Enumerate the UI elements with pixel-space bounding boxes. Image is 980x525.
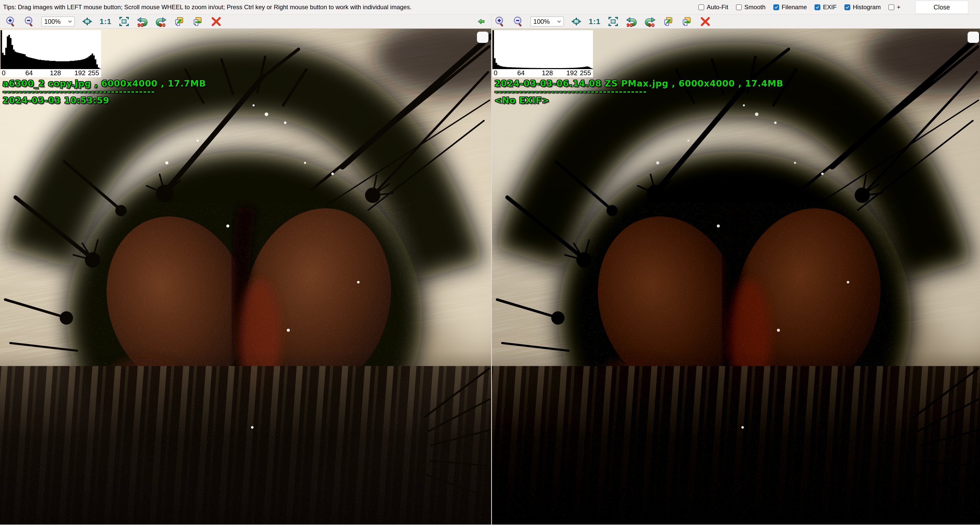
toggle-filename[interactable]: Filename [773, 3, 807, 11]
fit-to-width-icon [118, 16, 130, 27]
toggle-label: EXIF [823, 3, 837, 11]
histogram-axis: 0 64 128 192 255 [492, 69, 593, 77]
actual-size-button[interactable]: 1:1 [589, 16, 601, 28]
move-to-folder-button[interactable] [681, 16, 693, 28]
actual-size-label: 1:1 [100, 17, 111, 26]
checkbox-icon [698, 4, 704, 10]
checkbox-icon [736, 4, 742, 10]
back-arrow-icon [477, 18, 485, 25]
actual-size-button[interactable]: 1:1 [100, 16, 111, 28]
toggle-plus[interactable]: + [888, 3, 900, 11]
tips-text: Tips: Drag images with LEFT mouse button… [0, 3, 412, 11]
chevron-down-icon [557, 20, 561, 23]
toggle-smooth[interactable]: Smooth [736, 3, 766, 11]
rotate-right-90-icon: 90 [155, 16, 167, 27]
toggle-label: Filename [782, 3, 807, 11]
toggle-exif[interactable]: EXIF [815, 3, 837, 11]
checkbox-icon [773, 4, 779, 10]
fit-to-window-button[interactable] [570, 16, 582, 28]
zoom-in-icon [5, 16, 16, 27]
delete-button[interactable] [210, 16, 222, 28]
delete-x-icon [700, 16, 711, 27]
image-pane-left[interactable]: 0 64 128 192 255 a6300_2 copy.jpg , 6000… [0, 29, 491, 525]
toolbar-row: 100% 1:1 90 90 [0, 14, 980, 29]
rotate-left-button[interactable]: 90 [625, 16, 638, 28]
histogram-chart [0, 30, 101, 69]
image-pane-right[interactable]: 0 64 128 192 255 2024-03-03-06.14.08 ZS … [492, 29, 980, 525]
fit-to-window-icon [571, 16, 582, 27]
svg-text:90: 90 [627, 23, 633, 27]
zoom-out-icon [24, 16, 35, 27]
toggle-label: Smooth [745, 3, 766, 11]
toggle-label: + [897, 3, 900, 11]
fit-to-width-button[interactable] [607, 16, 619, 28]
fit-to-width-icon [608, 16, 619, 27]
axis-label: 64 [517, 69, 525, 77]
rotate-left-90-icon: 90 [626, 16, 637, 27]
rotate-right-button[interactable]: 90 [155, 16, 167, 28]
view-toggles: Auto-Fit Smooth Filename EXIF Histogram … [698, 0, 968, 14]
axis-label: 192 [75, 69, 86, 77]
swap-back-button[interactable] [477, 18, 485, 25]
fit-to-width-button[interactable] [118, 16, 130, 28]
toggle-auto-fit[interactable]: Auto-Fit [698, 3, 728, 11]
histogram-panel: 0 64 128 192 255 [0, 30, 101, 77]
chevron-down-icon [68, 20, 72, 23]
zoom-in-icon [494, 16, 506, 27]
histogram-chart [492, 30, 593, 69]
zoom-out-icon [513, 16, 524, 27]
checkbox-icon [815, 4, 820, 10]
axis-label: 64 [25, 69, 33, 77]
svg-text:90: 90 [137, 23, 143, 27]
copy-to-folder-icon [174, 16, 185, 27]
zoom-in-button[interactable] [494, 16, 506, 28]
toolbar-left: 100% 1:1 90 90 [5, 14, 222, 29]
svg-text:90: 90 [648, 23, 654, 27]
zoom-out-button[interactable] [23, 16, 35, 28]
pane-select-box[interactable] [967, 32, 979, 43]
move-to-folder-button[interactable] [192, 16, 204, 28]
copy-to-folder-icon [663, 16, 674, 27]
tips-bar: Tips: Drag images with LEFT mouse button… [0, 0, 980, 14]
rotate-right-90-icon: 90 [644, 16, 655, 27]
delete-button[interactable] [699, 16, 711, 28]
move-to-folder-icon [681, 16, 692, 27]
pane-select-box[interactable] [477, 32, 488, 43]
toggle-label: Auto-Fit [707, 3, 728, 11]
compare-panes: 0 64 128 192 255 a6300_2 copy.jpg , 6000… [0, 29, 980, 525]
axis-label: 0 [494, 69, 497, 77]
zoom-level-select[interactable]: 100% [531, 17, 564, 26]
zoom-in-button[interactable] [5, 16, 17, 28]
zoom-out-button[interactable] [512, 16, 524, 28]
rotate-left-90-icon: 90 [137, 16, 148, 27]
axis-label: 255 [580, 69, 591, 77]
histogram-panel: 0 64 128 192 255 [492, 30, 593, 77]
checkbox-icon [888, 4, 894, 10]
axis-label: 0 [2, 69, 5, 77]
axis-label: 128 [542, 69, 553, 77]
rotate-left-button[interactable]: 90 [136, 16, 148, 28]
axis-label: 128 [50, 69, 61, 77]
copy-to-folder-button[interactable] [662, 16, 674, 28]
toolbar-right: 100% 1:1 90 90 [494, 14, 711, 29]
copy-to-folder-button[interactable] [173, 16, 185, 28]
move-to-folder-icon [192, 16, 204, 27]
close-button[interactable]: Close [915, 0, 968, 14]
actual-size-label: 1:1 [589, 17, 600, 26]
exif-info: <No EXIF> [495, 95, 549, 105]
rotate-right-button[interactable]: 90 [644, 16, 656, 28]
fit-to-window-icon [81, 16, 93, 27]
axis-label: 255 [88, 69, 99, 77]
axis-label: 192 [566, 69, 578, 77]
toggle-label: Histogram [853, 3, 881, 11]
zoom-level-value: 100% [44, 18, 68, 25]
checkbox-icon [845, 4, 850, 10]
zoom-level-value: 100% [533, 18, 557, 25]
exif-info: 2024-03-03 10:53:59 [3, 95, 109, 105]
svg-text:90: 90 [159, 23, 165, 27]
delete-x-icon [210, 16, 222, 27]
macro-photo-right [492, 29, 980, 525]
fit-to-window-button[interactable] [81, 16, 93, 28]
zoom-level-select[interactable]: 100% [41, 17, 75, 26]
toggle-histogram[interactable]: Histogram [845, 3, 881, 11]
